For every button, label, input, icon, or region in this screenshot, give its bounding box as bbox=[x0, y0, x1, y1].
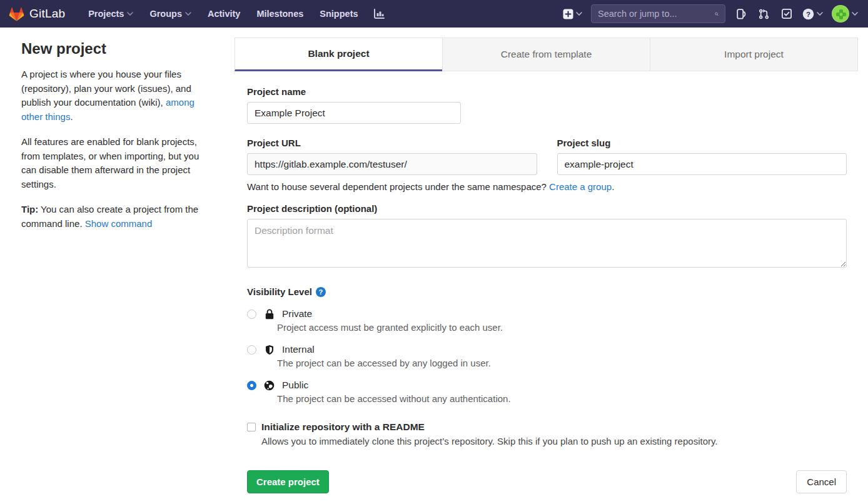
project-url-input[interactable] bbox=[247, 153, 537, 175]
issues-icon[interactable] bbox=[734, 7, 748, 21]
sidebar-paragraph-1: A project is where you house your files … bbox=[21, 68, 213, 124]
private-label: Private bbox=[282, 308, 312, 320]
project-type-tabs: Blank project Create from template Impor… bbox=[235, 38, 858, 71]
merge-requests-icon[interactable] bbox=[757, 7, 771, 21]
statistics-chart-icon[interactable] bbox=[368, 5, 390, 23]
blank-project-form: Project name Project URL Project slug Wa… bbox=[235, 71, 858, 504]
internal-radio[interactable] bbox=[247, 345, 256, 355]
help-icon: ? bbox=[802, 8, 814, 20]
globe-icon bbox=[264, 380, 275, 391]
chevron-down-icon bbox=[576, 12, 582, 16]
internal-description: The project can be accessed by any logge… bbox=[277, 358, 847, 368]
avatar bbox=[832, 5, 849, 23]
brand-name: GitLab bbox=[29, 7, 65, 21]
search-input[interactable] bbox=[598, 9, 715, 19]
private-description: Project access must be granted explicitl… bbox=[277, 322, 847, 333]
public-label: Public bbox=[282, 380, 308, 391]
user-menu-button[interactable] bbox=[832, 5, 858, 23]
lock-icon bbox=[264, 309, 275, 320]
readme-checkbox[interactable] bbox=[247, 423, 256, 431]
project-slug-input[interactable] bbox=[557, 153, 847, 175]
readme-option: Initialize repository with a README Allo… bbox=[247, 421, 847, 446]
sidebar-tip: Tip: You can also create a project from … bbox=[21, 203, 213, 231]
visibility-help-icon[interactable]: ? bbox=[316, 287, 326, 297]
namespace-hint: Want to house several dependent projects… bbox=[247, 181, 847, 192]
readme-label: Initialize repository with a README bbox=[261, 421, 425, 433]
create-a-group-link[interactable]: Create a group bbox=[549, 181, 612, 192]
navbar-right: ? bbox=[563, 4, 858, 23]
nav-groups[interactable]: Groups bbox=[143, 5, 198, 23]
search-icon bbox=[715, 9, 719, 19]
cancel-button[interactable]: Cancel bbox=[796, 470, 847, 493]
public-radio[interactable] bbox=[247, 381, 256, 390]
main-nav: Projects Groups Activity Milestones Snip… bbox=[81, 5, 390, 23]
chevron-down-icon bbox=[852, 12, 858, 16]
private-radio[interactable] bbox=[247, 310, 256, 319]
visibility-level-label: Visibility Level bbox=[247, 286, 312, 297]
gitlab-logo[interactable]: GitLab bbox=[9, 6, 65, 21]
tab-import-project[interactable]: Import project bbox=[650, 38, 858, 71]
tab-create-from-template[interactable]: Create from template bbox=[442, 38, 650, 71]
help-menu-button[interactable]: ? bbox=[802, 8, 823, 20]
search-box[interactable] bbox=[591, 4, 725, 23]
visibility-option-internal: Internal The project can be accessed by … bbox=[247, 344, 847, 368]
readme-description: Allows you to immediately clone this pro… bbox=[261, 436, 847, 446]
nav-snippets[interactable]: Snippets bbox=[313, 5, 365, 23]
todos-icon[interactable] bbox=[780, 7, 794, 21]
new-project-panel: Blank project Create from template Impor… bbox=[235, 38, 858, 504]
chevron-down-icon bbox=[127, 12, 133, 16]
chevron-down-icon bbox=[185, 12, 191, 16]
public-description: The project can be accessed without any … bbox=[277, 393, 847, 404]
new-menu-button[interactable] bbox=[563, 9, 582, 19]
tab-blank-project[interactable]: Blank project bbox=[235, 38, 443, 71]
internal-label: Internal bbox=[282, 344, 315, 355]
project-description-label: Project description (optional) bbox=[247, 203, 847, 214]
shield-icon bbox=[264, 345, 275, 355]
plus-icon bbox=[563, 9, 573, 19]
page-sidebar: New project A project is where you house… bbox=[21, 38, 213, 504]
top-navbar: GitLab Projects Groups Activity Mileston… bbox=[0, 0, 868, 28]
project-name-input[interactable] bbox=[247, 102, 461, 124]
nav-milestones[interactable]: Milestones bbox=[250, 5, 310, 23]
visibility-option-public: Public The project can be accessed witho… bbox=[247, 380, 847, 404]
nav-projects[interactable]: Projects bbox=[81, 5, 140, 23]
visibility-option-private: Private Project access must be granted e… bbox=[247, 308, 847, 333]
create-project-button[interactable]: Create project bbox=[247, 470, 329, 493]
svg-text:?: ? bbox=[806, 10, 810, 18]
chevron-down-icon bbox=[817, 12, 823, 16]
nav-activity[interactable]: Activity bbox=[201, 5, 247, 23]
sidebar-paragraph-2: All features are enabled for blank proje… bbox=[21, 135, 213, 191]
show-command-link[interactable]: Show command bbox=[85, 218, 153, 229]
project-name-label: Project name bbox=[247, 86, 847, 97]
project-url-label: Project URL bbox=[247, 138, 537, 148]
page-title: New project bbox=[21, 40, 213, 58]
project-description-textarea[interactable] bbox=[247, 219, 847, 268]
project-slug-label: Project slug bbox=[557, 138, 847, 148]
tanuki-icon bbox=[9, 6, 24, 21]
